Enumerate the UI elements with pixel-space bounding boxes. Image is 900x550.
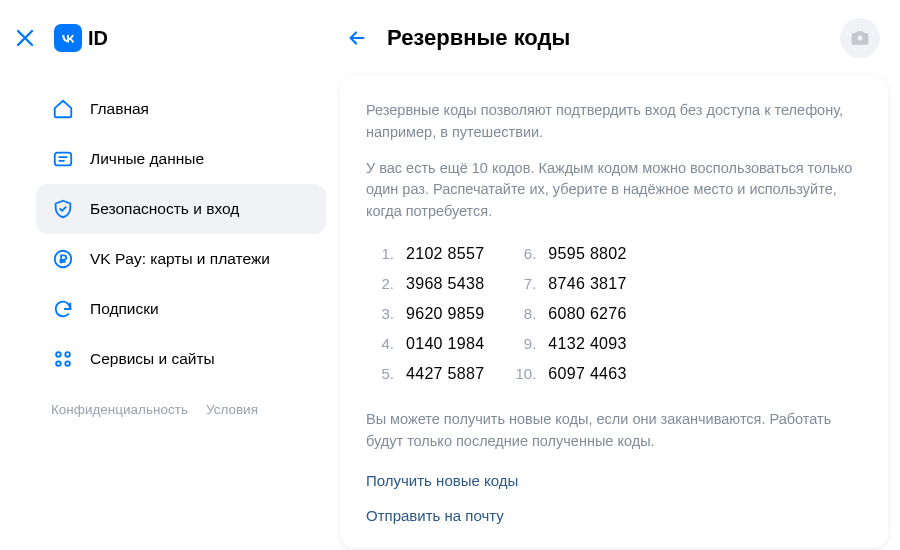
sidebar-item-label: Подписки [90, 300, 159, 318]
code-index: 2. [372, 275, 394, 292]
code-value: 2102 8557 [406, 245, 484, 263]
sidebar: Главная Личные данные Безопасность и вхо… [36, 76, 326, 548]
codes-list: 1.2102 8557 2.3968 5438 3.9620 9859 4.01… [372, 245, 862, 383]
svg-point-2 [56, 352, 61, 357]
svg-point-4 [56, 361, 61, 366]
code-index: 8. [514, 305, 536, 322]
sidebar-item-label: VK Pay: карты и платежи [90, 250, 270, 268]
code-row: 5.4427 5887 [372, 365, 484, 383]
avatar[interactable] [840, 18, 880, 58]
sidebar-item-label: Безопасность и вход [90, 200, 239, 218]
sidebar-item-personal[interactable]: Личные данные [36, 134, 326, 184]
code-row: 8.6080 6276 [514, 305, 626, 323]
sidebar-item-home[interactable]: Главная [36, 84, 326, 134]
camera-icon [850, 28, 870, 48]
code-row: 4.0140 1984 [372, 335, 484, 353]
brand-id: ID [88, 27, 108, 50]
svg-rect-0 [55, 153, 72, 166]
back-button[interactable] [345, 26, 369, 50]
code-index: 10. [514, 365, 536, 382]
code-row: 3.9620 9859 [372, 305, 484, 323]
sidebar-item-vkpay[interactable]: VK Pay: карты и платежи [36, 234, 326, 284]
code-value: 3968 5438 [406, 275, 484, 293]
refresh-icon [51, 297, 75, 321]
footer-terms[interactable]: Условия [206, 402, 258, 417]
code-value: 9620 9859 [406, 305, 484, 323]
sidebar-item-security[interactable]: Безопасность и вход [36, 184, 326, 234]
send-email-link[interactable]: Отправить на почту [366, 507, 862, 524]
code-index: 4. [372, 335, 394, 352]
code-value: 6080 6276 [548, 305, 626, 323]
page-title: Резервные коды [387, 25, 570, 51]
code-value: 0140 1984 [406, 335, 484, 353]
sidebar-item-services[interactable]: Сервисы и сайты [36, 334, 326, 384]
code-index: 6. [514, 245, 536, 262]
topbar: ID Резервные коды [0, 0, 900, 76]
code-index: 3. [372, 305, 394, 322]
code-row: 6.9595 8802 [514, 245, 626, 263]
close-icon[interactable] [14, 27, 36, 49]
code-row: 7.8746 3817 [514, 275, 626, 293]
footer-links: Конфиденциальность Условия [36, 384, 326, 435]
footer-privacy[interactable]: Конфиденциальность [51, 402, 188, 417]
code-value: 4132 4093 [548, 335, 626, 353]
code-index: 1. [372, 245, 394, 262]
get-new-codes-link[interactable]: Получить новые коды [366, 472, 862, 489]
id-card-icon [51, 147, 75, 171]
codes-note: Вы можете получить новые коды, если они … [366, 409, 862, 453]
sidebar-item-label: Личные данные [90, 150, 204, 168]
home-icon [51, 97, 75, 121]
sidebar-item-subscriptions[interactable]: Подписки [36, 284, 326, 334]
shield-icon [51, 197, 75, 221]
svg-point-5 [65, 361, 70, 366]
code-row: 9.4132 4093 [514, 335, 626, 353]
sidebar-item-label: Сервисы и сайты [90, 350, 215, 368]
sidebar-item-label: Главная [90, 100, 149, 118]
code-value: 9595 8802 [548, 245, 626, 263]
code-value: 6097 4463 [548, 365, 626, 383]
code-row: 1.2102 8557 [372, 245, 484, 263]
apps-icon [51, 347, 75, 371]
description-2: У вас есть ещё 10 кодов. Каждым кодом мо… [366, 158, 862, 223]
code-index: 9. [514, 335, 536, 352]
code-index: 5. [372, 365, 394, 382]
code-index: 7. [514, 275, 536, 292]
code-row: 2.3968 5438 [372, 275, 484, 293]
vk-logo-icon [54, 24, 82, 52]
code-row: 10.6097 4463 [514, 365, 626, 383]
code-value: 4427 5887 [406, 365, 484, 383]
description-1: Резервные коды позволяют подтвердить вхо… [366, 100, 862, 144]
code-value: 8746 3817 [548, 275, 626, 293]
ruble-icon [51, 247, 75, 271]
svg-point-3 [65, 352, 70, 357]
main-panel: Резервные коды позволяют подтвердить вхо… [340, 76, 888, 548]
